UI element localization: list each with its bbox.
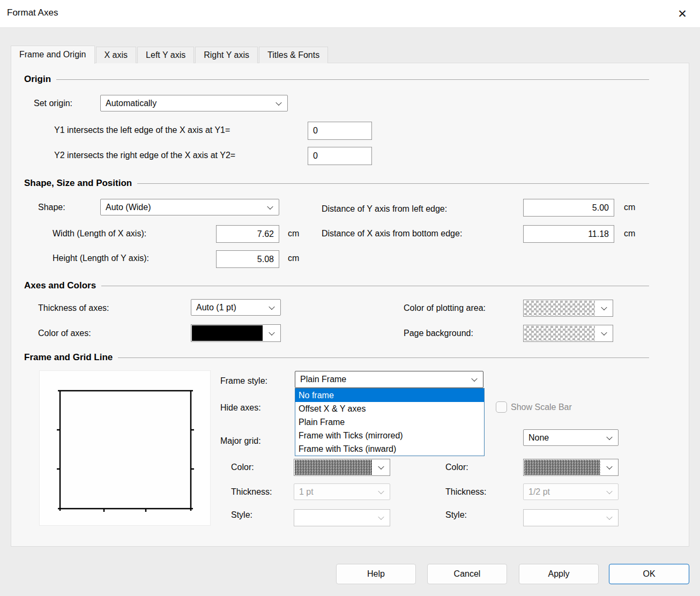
color-of-axes-dropdown[interactable] bbox=[191, 324, 281, 342]
tab-titles-fonts[interactable]: Titles & Fonts bbox=[259, 47, 328, 63]
close-icon[interactable]: ✕ bbox=[673, 5, 691, 23]
minor-grid-style-dropdown[interactable] bbox=[523, 509, 619, 526]
tab-strip: Frame and OriginX axisLeft Y axisRight Y… bbox=[11, 45, 329, 63]
line-style-swatch bbox=[524, 510, 600, 525]
major-grid-label: Major grid: bbox=[220, 436, 261, 446]
option-frame-with-ticks-mirrored[interactable]: Frame with Ticks (mirrored) bbox=[295, 429, 484, 442]
cancel-button[interactable]: Cancel bbox=[427, 564, 507, 584]
major-grid-thickness-label: Thickness: bbox=[231, 487, 272, 497]
unit-label: cm bbox=[624, 229, 635, 239]
chevron-down-icon bbox=[606, 514, 612, 520]
distance-y-axis-label: Distance of Y axis from left edge: bbox=[322, 204, 447, 214]
minor-grid-color-label: Color: bbox=[445, 463, 468, 472]
shape-section-header: Shape, Size and Position bbox=[24, 177, 649, 189]
frame-style-options-list: No frameOffset X & Y axesPlain FrameFram… bbox=[295, 388, 485, 456]
minor-grid-color-dropdown[interactable] bbox=[523, 459, 619, 476]
chevron-down-icon bbox=[601, 330, 607, 336]
minor-grid-thickness-dropdown[interactable]: 1/2 pt bbox=[523, 483, 619, 500]
chevron-down-icon bbox=[269, 329, 274, 335]
section-divider bbox=[137, 183, 649, 184]
height-label: Height (Length of Y axis): bbox=[53, 254, 149, 263]
set-origin-value: Automatically bbox=[106, 99, 157, 108]
frame-style-dropdown[interactable]: Plain Frame bbox=[295, 371, 483, 388]
dialog-title: Format Axes bbox=[7, 8, 58, 18]
frame-grid-section-header: Frame and Grid Line bbox=[24, 352, 649, 363]
transparent-color-swatch bbox=[524, 326, 595, 341]
width-field[interactable] bbox=[216, 225, 279, 243]
title-bar: Format Axes ✕ bbox=[0, 0, 700, 28]
chevron-down-icon bbox=[378, 488, 384, 494]
apply-button[interactable]: Apply bbox=[519, 564, 599, 584]
unit-label: cm bbox=[288, 254, 299, 263]
major-grid-style-label: Style: bbox=[231, 510, 252, 520]
frame-style-label: Frame style: bbox=[220, 376, 267, 386]
option-plain-frame[interactable]: Plain Frame bbox=[295, 415, 484, 429]
frame-preview-drawing bbox=[40, 371, 211, 526]
option-frame-with-ticks-inward[interactable]: Frame with Ticks (inward) bbox=[295, 442, 484, 456]
auto-color-swatch bbox=[295, 460, 372, 475]
shape-label: Shape: bbox=[38, 203, 65, 212]
minor-grid-thickness-label: Thickness: bbox=[445, 487, 486, 497]
color-of-plotting-area-label: Color of plotting area: bbox=[404, 303, 486, 313]
option-offset-x-y-axes[interactable]: Offset X & Y axes bbox=[295, 402, 484, 415]
width-label: Width (Length of X axis): bbox=[53, 229, 146, 239]
major-grid-color-label: Color: bbox=[231, 463, 254, 472]
tab-x-axis[interactable]: X axis bbox=[96, 47, 137, 63]
transparent-color-swatch bbox=[524, 301, 595, 316]
major-grid-thickness-value: 1 pt bbox=[299, 487, 314, 497]
section-divider bbox=[56, 79, 649, 80]
major-grid-style-dropdown[interactable] bbox=[294, 509, 390, 526]
tab-page-frame-and-origin: Origin Set origin: Automatically Y1 inte… bbox=[11, 63, 689, 547]
line-style-swatch bbox=[295, 510, 372, 525]
set-origin-dropdown[interactable]: Automatically bbox=[100, 95, 288, 111]
y1-value-field[interactable] bbox=[308, 122, 372, 140]
tab-frame-and-origin[interactable]: Frame and Origin bbox=[11, 46, 95, 64]
chevron-down-icon bbox=[471, 376, 477, 382]
auto-color-swatch bbox=[524, 460, 600, 475]
frame-style-value: Plain Frame bbox=[300, 375, 346, 384]
show-scale-bar-checkbox[interactable] bbox=[496, 401, 507, 413]
section-title: Frame and Grid Line bbox=[24, 352, 113, 363]
chevron-down-icon bbox=[606, 434, 612, 439]
ok-button[interactable]: OK bbox=[609, 564, 689, 584]
y2-value-field[interactable] bbox=[308, 147, 372, 165]
section-divider bbox=[118, 357, 649, 358]
minor-grid-thickness-value: 1/2 pt bbox=[528, 487, 550, 497]
major-grid-color-dropdown[interactable] bbox=[294, 459, 390, 476]
axes-colors-section-header: Axes and Colors bbox=[24, 280, 649, 292]
help-button[interactable]: Help bbox=[336, 564, 416, 584]
format-axes-dialog: Format Axes ✕ Frame and OriginX axisLeft… bbox=[0, 0, 700, 596]
height-field[interactable] bbox=[216, 250, 279, 268]
distance-y-axis-field[interactable] bbox=[523, 199, 614, 217]
page-background-dropdown[interactable] bbox=[523, 325, 613, 342]
section-divider bbox=[101, 286, 649, 286]
minor-grid-dropdown[interactable]: None bbox=[523, 429, 619, 446]
section-title: Origin bbox=[24, 74, 51, 85]
unit-label: cm bbox=[624, 203, 635, 212]
shape-dropdown[interactable]: Auto (Wide) bbox=[100, 199, 279, 215]
color-of-plotting-area-dropdown[interactable] bbox=[523, 300, 613, 317]
shape-value: Auto (Wide) bbox=[106, 203, 151, 212]
thickness-of-axes-label: Thickness of axes: bbox=[38, 303, 109, 313]
chevron-down-icon bbox=[606, 464, 612, 470]
unit-label: cm bbox=[288, 229, 299, 239]
y1-intersect-label: Y1 intersects the left edge of the X axi… bbox=[54, 125, 230, 135]
hide-axes-label: Hide axes: bbox=[220, 403, 261, 413]
distance-x-axis-field[interactable] bbox=[523, 225, 614, 243]
minor-grid-value: None bbox=[528, 433, 549, 443]
show-scale-bar-label: Show Scale Bar bbox=[511, 403, 572, 412]
y2-intersect-label: Y2 intersects the right edge of the X ax… bbox=[54, 151, 235, 160]
tab-left-y-axis[interactable]: Left Y axis bbox=[137, 47, 194, 63]
tab-right-y-axis[interactable]: Right Y axis bbox=[195, 47, 258, 63]
section-title: Shape, Size and Position bbox=[24, 178, 132, 189]
frame-preview bbox=[39, 370, 211, 526]
chevron-down-icon bbox=[606, 488, 612, 494]
thickness-of-axes-dropdown[interactable]: Auto (1 pt) bbox=[191, 299, 281, 316]
black-color-swatch bbox=[192, 325, 263, 341]
section-title: Axes and Colors bbox=[24, 280, 96, 291]
chevron-down-icon bbox=[378, 464, 384, 470]
major-grid-thickness-dropdown[interactable]: 1 pt bbox=[294, 483, 390, 500]
page-background-label: Page background: bbox=[404, 329, 473, 338]
option-no-frame[interactable]: No frame bbox=[295, 389, 484, 402]
set-origin-label: Set origin: bbox=[34, 99, 72, 108]
